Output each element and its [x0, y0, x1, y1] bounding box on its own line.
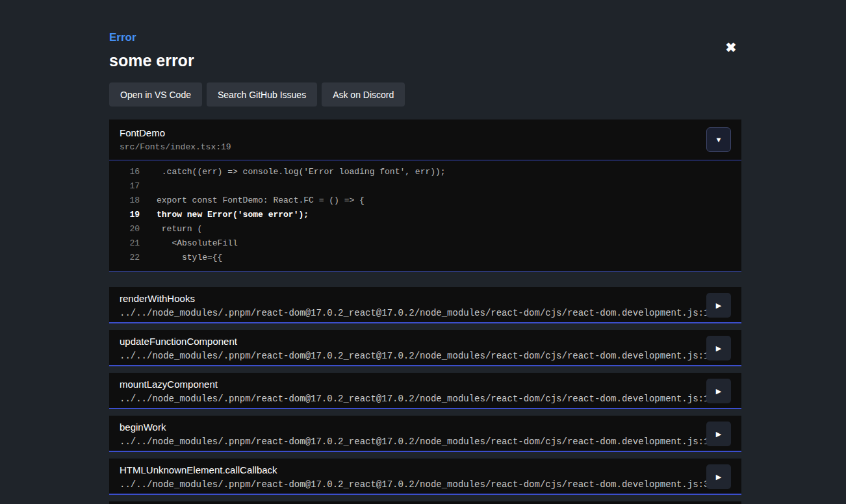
error-overlay: Error some error Open in VS Code Search …	[109, 0, 741, 504]
ask-on-discord-button[interactable]: Ask on Discord	[322, 82, 405, 107]
play-icon: ▶	[716, 387, 721, 395]
open-in-vscode-button[interactable]: Open in VS Code	[109, 82, 202, 107]
frame-function-name: updateFunctionComponent	[120, 336, 696, 347]
code-text: return (	[140, 222, 202, 236]
stack-frame-row: beginWork ../../node_modules/.pnpm/react…	[109, 416, 741, 452]
play-icon: ▶	[716, 430, 721, 438]
code-block: 16 .catch((err) => console.log('Error lo…	[109, 160, 741, 271]
source-frame-card: FontDemo src/Fonts/index.tsx:19 ▼ 16 .ca…	[109, 120, 741, 271]
frame-function-name: HTMLUnknownElement.callCallback	[120, 464, 696, 475]
code-text	[140, 179, 157, 194]
line-number: 22	[109, 251, 140, 265]
play-icon: ▶	[716, 473, 721, 481]
action-buttons: Open in VS Code Search GitHub Issues Ask…	[109, 82, 741, 107]
line-number: 18	[109, 194, 140, 208]
expand-frame-button[interactable]: ▶	[706, 336, 731, 360]
frame-file-location: ../../node_modules/.pnpm/react-dom@17.0.…	[120, 394, 696, 404]
search-github-issues-button[interactable]: Search GitHub Issues	[207, 82, 317, 107]
close-icon: ✖	[726, 40, 737, 55]
frame-file-location: ../../node_modules/.pnpm/react-dom@17.0.…	[120, 308, 696, 318]
code-line: 16 .catch((err) => console.log('Error lo…	[109, 165, 741, 179]
code-line: 22 style={{	[109, 251, 741, 265]
code-text: <AbsoluteFill	[140, 236, 238, 251]
expand-frame-button[interactable]: ▶	[706, 379, 731, 403]
expand-frame-button[interactable]: ▶	[706, 422, 731, 446]
frame-file-location: ../../node_modules/.pnpm/react-dom@17.0.…	[120, 436, 696, 447]
source-file-location: src/Fonts/index.tsx:19	[120, 142, 231, 152]
play-icon: ▶	[716, 344, 721, 352]
error-message: some error	[109, 51, 741, 70]
play-icon: ▶	[716, 301, 721, 309]
expand-frame-button[interactable]: ▶	[706, 293, 731, 318]
line-number: 17	[109, 179, 140, 194]
code-line: 21 <AbsoluteFill	[109, 236, 741, 251]
code-text: .catch((err) => console.log('Error loadi…	[140, 165, 446, 179]
caret-down-icon: ▼	[715, 136, 723, 144]
collapse-source-button[interactable]: ▼	[706, 127, 731, 152]
line-number: 21	[109, 236, 140, 251]
code-line: 19 throw new Error('some error');	[109, 208, 741, 222]
expand-frame-button[interactable]: ▶	[706, 464, 731, 489]
line-number: 20	[109, 222, 140, 236]
frame-file-location: ../../node_modules/.pnpm/react-dom@17.0.…	[120, 479, 696, 490]
frame-function-name: beginWork	[120, 422, 696, 433]
stack-frame-row: mountLazyComponent ../../node_modules/.p…	[109, 373, 741, 409]
source-function-name: FontDemo	[120, 127, 231, 138]
source-frame-info: FontDemo src/Fonts/index.tsx:19	[120, 127, 231, 152]
stack-frames: renderWithHooks ../../node_modules/.pnpm…	[109, 287, 741, 504]
close-button[interactable]: ✖	[720, 36, 742, 58]
frame-function-name: mountLazyComponent	[120, 379, 696, 390]
error-type-label: Error	[109, 31, 741, 44]
frame-function-name: renderWithHooks	[120, 293, 696, 304]
code-line: 17	[109, 179, 741, 194]
stack-frame-row: renderWithHooks ../../node_modules/.pnpm…	[109, 287, 741, 323]
frame-file-location: ../../node_modules/.pnpm/react-dom@17.0.…	[120, 351, 696, 361]
stack-frame-row: updateFunctionComponent ../../node_modul…	[109, 330, 741, 366]
code-text: throw new Error('some error');	[140, 208, 309, 222]
line-number: 19	[109, 208, 140, 222]
code-line: 20 return (	[109, 222, 741, 236]
stack-frame-row: ▶	[109, 501, 741, 504]
code-line: 18 export const FontDemo: React.FC = () …	[109, 194, 741, 208]
stack-frame-row: HTMLUnknownElement.callCallback ../../no…	[109, 459, 741, 495]
code-text: export const FontDemo: React.FC = () => …	[140, 194, 365, 208]
line-number: 16	[109, 165, 140, 179]
source-frame-header: FontDemo src/Fonts/index.tsx:19 ▼	[109, 120, 741, 160]
code-text: style={{	[140, 251, 222, 265]
